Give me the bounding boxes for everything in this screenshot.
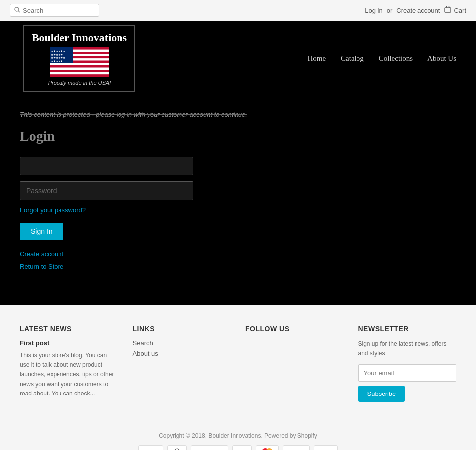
site-header: Boulder Innovations ★★★★★: [0, 21, 476, 96]
amex-icon: AMEX: [138, 445, 163, 450]
top-bar-right: Log in or Create account Cart: [365, 6, 466, 15]
create-account-link-main[interactable]: Create account: [20, 250, 456, 258]
svg-rect-2: [445, 8, 451, 12]
main-nav: Home Catalog Collections About Us: [307, 55, 456, 63]
forgot-password-link[interactable]: Forgot your password?: [20, 206, 193, 214]
svg-line-1: [18, 11, 20, 12]
footer-about-link[interactable]: About us: [133, 350, 231, 357]
footer-follow: Follow Us: [245, 325, 344, 402]
first-post-title: First post: [20, 339, 118, 347]
nav-home[interactable]: Home: [307, 55, 326, 63]
logo-tagline: Proudly made in the USA!: [32, 80, 127, 86]
footer-links: Links Search About us: [133, 325, 231, 402]
svg-rect-12: [50, 68, 109, 70]
search-input[interactable]: [23, 7, 95, 14]
nav-about[interactable]: About Us: [427, 55, 456, 63]
paypal-icon: PayPal: [283, 445, 309, 450]
login-link[interactable]: Log in: [365, 7, 382, 14]
svg-rect-13: [50, 70, 109, 72]
cart-link[interactable]: Cart: [444, 6, 466, 15]
follow-heading: Follow Us: [245, 325, 344, 333]
subscribe-button[interactable]: Subscribe: [358, 386, 405, 402]
create-account-link-top[interactable]: Create account: [396, 7, 440, 14]
footer-bottom: Copyright © 2018, Boulder Innovations. P…: [20, 422, 456, 450]
links-heading: Links: [133, 325, 231, 333]
sign-in-button[interactable]: Sign In: [20, 223, 63, 240]
cart-icon: [444, 6, 452, 15]
site-footer: Latest News First post This is your stor…: [0, 305, 476, 450]
newsletter-email-input[interactable]: [358, 364, 457, 382]
diners-icon: [167, 445, 187, 450]
cart-label: Cart: [454, 7, 466, 14]
flag-icon: ★★★★★★ ★★★★★ ★★★★★★ ★★★★★: [50, 47, 109, 77]
search-box[interactable]: [10, 4, 99, 17]
top-bar: Log in or Create account Cart: [0, 0, 476, 21]
mastercard-icon: [256, 445, 279, 450]
email-field[interactable]: [20, 157, 193, 175]
logo-title: Boulder Innovations: [32, 31, 127, 44]
svg-rect-10: [50, 63, 109, 66]
first-post-body: This is your store's blog. You can use i…: [20, 351, 118, 398]
newsletter-heading: Newsletter: [358, 325, 457, 333]
logo-area[interactable]: Boulder Innovations ★★★★★: [20, 26, 139, 91]
latest-news-heading: Latest News: [20, 325, 118, 333]
svg-text:★★★★★★: ★★★★★★: [51, 56, 65, 59]
return-to-store-link[interactable]: Return to Store: [20, 263, 456, 270]
footer-newsletter: Newsletter Sign up for the latest news, …: [358, 325, 457, 402]
copyright-text: Copyright © 2018, Boulder Innovations. P…: [20, 432, 456, 439]
payment-icons: AMEX DISCOVER JCB PayPal VISA: [20, 445, 456, 450]
visa-icon: VISA: [314, 445, 338, 450]
svg-text:★★★★★: ★★★★★: [51, 53, 63, 56]
footer-latest-news: Latest News First post This is your stor…: [20, 325, 118, 402]
svg-text:★★★★★★: ★★★★★★: [51, 50, 65, 53]
footer-grid: Latest News First post This is your stor…: [20, 325, 456, 402]
logo-box: Boulder Innovations ★★★★★: [23, 25, 135, 92]
nav-catalog[interactable]: Catalog: [341, 55, 364, 63]
main-content: This content is protected - please log i…: [0, 96, 476, 305]
discover-icon: DISCOVER: [191, 445, 228, 450]
svg-point-0: [15, 7, 19, 11]
svg-rect-14: [50, 72, 109, 75]
login-title: Login: [20, 128, 456, 144]
protected-message: This content is protected - please log i…: [20, 111, 456, 118]
svg-rect-15: [50, 75, 109, 77]
search-icon: [14, 6, 20, 14]
footer-search-link[interactable]: Search: [133, 339, 231, 347]
svg-rect-11: [50, 65, 109, 68]
or-text: or: [387, 7, 393, 14]
jcb-icon: JCB: [232, 445, 252, 450]
newsletter-desc: Sign up for the latest news, offers and …: [358, 339, 457, 358]
login-form: Forgot your password? Sign In: [20, 157, 193, 250]
svg-text:★★★★★: ★★★★★: [51, 60, 63, 63]
password-field[interactable]: [20, 181, 193, 200]
nav-collections[interactable]: Collections: [379, 55, 413, 63]
